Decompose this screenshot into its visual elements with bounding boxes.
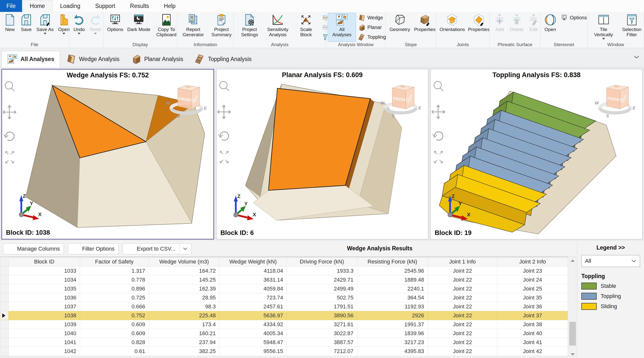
nav-cube[interactable]: W S E TOP FRONT RIGHT — [594, 79, 636, 119]
table-row[interactable]: 10420.61382.259556.157212.074395.83Joint… — [0, 347, 568, 356]
vertical-scrollbar[interactable] — [568, 257, 577, 358]
rotate-icon[interactable] — [433, 132, 443, 140]
tab-all-analyses[interactable]: All Analyses — [2, 51, 60, 67]
menu-tab-help[interactable]: Help — [156, 0, 183, 12]
options-button[interactable]: Options — [558, 13, 589, 23]
cell: 173.4 — [149, 320, 220, 329]
zoom-extents-icons[interactable] — [434, 151, 442, 163]
menu-tab-file[interactable]: File — [0, 0, 22, 12]
column-header-joint-2-info[interactable]: Joint 2 Info — [497, 257, 568, 266]
project-summary-button[interactable]: Project Summary — [207, 13, 236, 42]
viewport-wedge-analysis[interactable]: Wedge Analysis FS: 0.752 — [2, 69, 214, 239]
export-dropdown-button[interactable] — [180, 243, 192, 254]
menu-tab-support[interactable]: Support — [88, 0, 122, 12]
scroll-up-icon[interactable] — [568, 257, 577, 264]
table-row[interactable]: 10340.778145.253631.142429.711889.48Join… — [0, 275, 568, 284]
redo-button[interactable]: Redo — [87, 13, 104, 42]
viewport-toolbar[interactable] — [3, 76, 16, 178]
horizontal-scrollbar[interactable] — [0, 356, 577, 358]
menu-tab-results[interactable]: Results — [122, 0, 156, 12]
planar-button[interactable]: Planar — [356, 23, 388, 32]
selection-filter-button[interactable]: Selection Filter — [618, 13, 644, 42]
new-button[interactable]: New — [2, 13, 18, 42]
zoom-icon[interactable] — [434, 81, 443, 91]
rotate-icon[interactable] — [4, 132, 14, 140]
options-button[interactable]: Options — [105, 13, 125, 42]
save-button[interactable]: Save — [18, 13, 34, 42]
ribbon-group-items: GeometryProperties — [388, 13, 434, 42]
zoom-icon[interactable] — [5, 82, 14, 91]
properties-button[interactable]: Properties — [412, 13, 438, 42]
tab-wedge-analysis[interactable]: Wedge Analysis — [60, 51, 125, 67]
table-row[interactable]: 10400.609160.214005.343022.871839.96Join… — [0, 329, 568, 338]
menu-tab-loading[interactable]: Loading — [52, 0, 88, 12]
table-row[interactable]: 10331.317164.724118.041933.32545.96Joint… — [0, 266, 568, 275]
zoom-icon[interactable] — [220, 81, 229, 91]
tile-vertically-icon — [598, 14, 610, 26]
orientations-button[interactable]: Orientations — [438, 13, 466, 42]
legend-panel: Legend >> All Toppling StableTopplingSli… — [577, 241, 644, 358]
viewport-toolbar[interactable] — [218, 76, 231, 177]
cell: Joint 35 — [497, 293, 568, 302]
axis-triad: Z Y X — [12, 193, 44, 224]
pan-icon[interactable] — [218, 105, 230, 119]
cell: 0.609 — [80, 329, 149, 338]
delete-button[interactable]: Delete — [508, 13, 525, 42]
column-header-driving-force-kn[interactable]: Driving Force (kN) — [287, 257, 357, 266]
zoom-extents-icons[interactable] — [6, 151, 14, 163]
all-analyses-icon — [7, 54, 18, 64]
wedge-button[interactable]: Wedge — [356, 13, 388, 23]
export-csv-button[interactable]: Export to CSV... — [122, 243, 180, 254]
scrollbar-thumb[interactable] — [569, 322, 576, 345]
column-header-factor-of-safety[interactable]: Factor of Safety — [80, 257, 149, 266]
scale-block-button[interactable]: Scale Block — [292, 13, 320, 42]
ribbon-group-label: Information — [179, 42, 232, 48]
toppling-button[interactable]: Toppling — [356, 32, 388, 42]
menu-tab-home[interactable]: Home — [22, 0, 52, 12]
all-analyses-button[interactable]: All Analyses — [328, 13, 356, 42]
add-button[interactable]: Add — [492, 13, 508, 42]
column-header-block-id[interactable]: Block ID — [9, 257, 80, 266]
report-generator-button[interactable]: Report Generator — [179, 13, 207, 42]
cell: Joint 22 — [428, 284, 497, 293]
copy-to-clipboard-button[interactable]: Copy To Clipboard — [152, 13, 180, 42]
viewport-toolbar[interactable] — [432, 76, 445, 177]
tabbar-chevron-down-icon[interactable] — [634, 55, 640, 59]
project-settings-button[interactable]: Project Settings — [235, 13, 264, 42]
column-header-wedge-weight-kn[interactable]: Wedge Weight (kN) — [220, 257, 287, 266]
undo-button[interactable]: Undo — [71, 13, 87, 42]
table-row[interactable]: 10410.828237.945948.473887.573217.23Join… — [0, 338, 568, 347]
filter-options-button[interactable]: Filter Options — [68, 243, 119, 254]
legend-header[interactable]: Legend >> — [581, 244, 640, 251]
column-header-wedge-volume-m3[interactable]: Wedge Volume (m3) — [149, 257, 220, 266]
tab-toppling-analysis[interactable]: Toppling Analysis — [189, 51, 257, 67]
table-row[interactable]: 10380.752225.485636.973890.562926Joint 2… — [0, 311, 568, 320]
column-header-resisting-force-kn[interactable]: Resisting Force (kN) — [357, 257, 428, 266]
dark-mode-button[interactable]: Dark Mode — [125, 13, 152, 42]
tab-planar-analysis[interactable]: Planar Analysis — [125, 51, 189, 67]
properties-button[interactable]: Properties — [466, 13, 492, 42]
table-row[interactable]: 10350.896162.394059.842499.492240.1Joint… — [0, 284, 568, 293]
rotate-icon[interactable] — [218, 132, 228, 140]
nav-cube[interactable]: W S E TOP FRONT RIGHT — [165, 79, 208, 120]
geometry-button[interactable]: Geometry — [388, 13, 412, 42]
table-row[interactable]: 10370.66698.32457.611791.511192.93Joint … — [0, 302, 568, 311]
manage-columns-button[interactable]: Manage Columns — [3, 243, 64, 254]
open-button[interactable]: Open — [542, 13, 558, 42]
table-row[interactable]: 10360.72528.95723.74502.75364.54Joint 22… — [0, 293, 568, 302]
tile-vertically-button[interactable]: Tile Vertically — [590, 13, 618, 42]
viewport-planar-analysis[interactable]: Planar Analysis FS: 0.609 — [216, 69, 428, 239]
legend-filter-dropdown[interactable]: All — [581, 255, 640, 267]
pan-icon[interactable] — [3, 105, 16, 119]
table-header-row[interactable]: Block IDFactor of SafetyWedge Volume (m3… — [0, 257, 568, 266]
sensitivity-analysis-button[interactable]: Sensitivity Analysis — [264, 13, 292, 42]
edit-button[interactable]: Edit — [525, 13, 542, 42]
column-header-joint-1-info[interactable]: Joint 1 Info — [428, 257, 497, 266]
cell: 1037 — [9, 302, 80, 311]
save-as-button[interactable]: Save As — [34, 13, 56, 42]
pan-icon[interactable] — [432, 105, 445, 119]
table-row[interactable]: 10390.609173.44334.923271.611991.37Joint… — [0, 320, 568, 329]
zoom-extents-icons[interactable] — [220, 151, 228, 163]
nav-cube[interactable]: W S E TOP FRONT RIGHT — [380, 79, 422, 119]
viewport-toppling-analysis[interactable]: Toppling Analysis FS: 0.838 — [430, 69, 642, 239]
